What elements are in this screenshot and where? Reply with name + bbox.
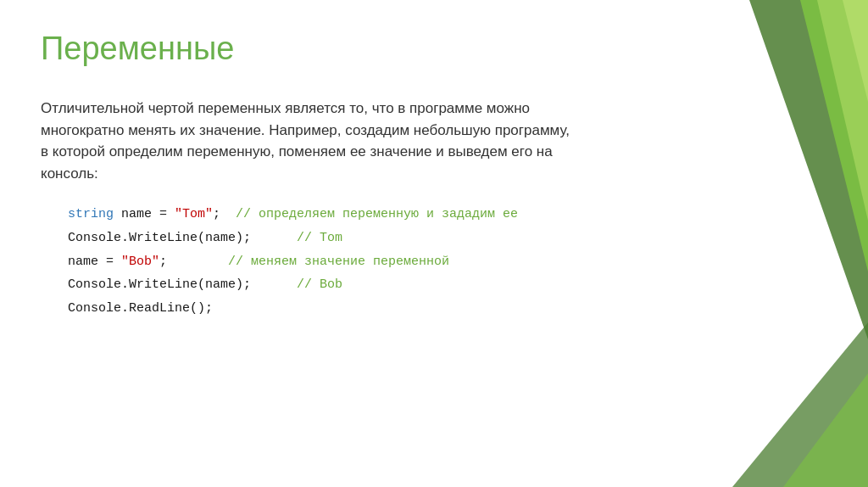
code-line-5: Console.ReadLine(); (68, 297, 570, 321)
comment-line-2: // Tom (251, 231, 342, 245)
code-semicolon-1: ; (213, 207, 220, 221)
svg-marker-1 (698, 0, 868, 271)
code-line-3: name = "Bob"; // меняем значение перемен… (68, 250, 570, 274)
code-line-1: string name = "Tom"; // определяем перем… (68, 203, 570, 227)
description-text: Отличительной чертой переменных является… (41, 98, 570, 184)
svg-marker-4 (783, 373, 868, 487)
string-value-bob: "Bob" (121, 255, 159, 269)
code-writeline-2: Console.WriteLine(name); (68, 277, 251, 292)
main-content: Переменные Отличительной чертой переменн… (0, 0, 610, 346)
comment-line-1: // определяем переменную и зададим ее (220, 207, 518, 221)
code-writeline-1: Console.WriteLine(name); (68, 231, 251, 245)
background-decoration (580, 0, 868, 487)
code-name-assign-2: name = (68, 255, 121, 269)
code-block: string name = "Tom"; // определяем перем… (68, 203, 570, 321)
code-name-assign: name = (114, 207, 175, 221)
string-value-tom: "Tom" (175, 207, 213, 221)
code-line-4: Console.WriteLine(name); // Bob (68, 273, 570, 297)
keyword-string: string (68, 207, 114, 221)
comment-line-4: // Bob (251, 277, 342, 292)
svg-marker-5 (843, 0, 868, 102)
page-title: Переменные (41, 31, 570, 67)
comment-line-3: // меняем значение переменной (167, 255, 449, 269)
code-semicolon-2: ; (159, 255, 167, 269)
svg-marker-0 (749, 0, 868, 487)
code-line-2: Console.WriteLine(name); // Tom (68, 227, 570, 250)
svg-marker-2 (749, 0, 868, 221)
svg-marker-3 (732, 322, 868, 487)
code-readline: Console.ReadLine(); (68, 301, 213, 316)
